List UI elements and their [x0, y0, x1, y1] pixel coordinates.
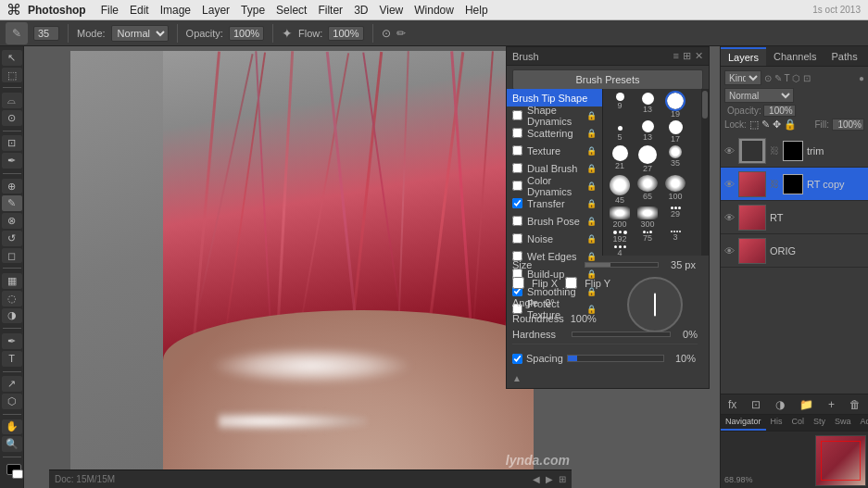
gradient-tool[interactable]: ▦: [2, 273, 22, 289]
menu-type[interactable]: Type: [235, 2, 270, 19]
brush-preset-dot4[interactable]: 3: [662, 231, 688, 244]
canvas-area[interactable]: Brush ≡ ⊞ ✕ Brush Presets Brush Tip Shap…: [24, 46, 720, 488]
layer-item-orig[interactable]: 👁 ORIG: [721, 234, 868, 268]
brush-preset-21[interactable]: 21: [607, 145, 633, 173]
crop-tool[interactable]: ⊡: [2, 135, 22, 151]
tab-adj[interactable]: Adj: [856, 415, 868, 431]
eye-icon-rt[interactable]: 👁: [724, 212, 735, 223]
clone-tool[interactable]: ⊗: [2, 213, 22, 229]
tablet-icon[interactable]: ✏: [396, 27, 406, 40]
menu-file[interactable]: File: [95, 2, 124, 19]
menu-3d[interactable]: 3D: [348, 2, 373, 19]
layer-delete-btn[interactable]: 🗑: [849, 398, 861, 411]
brush-tool-icon[interactable]: ✎: [6, 22, 28, 44]
flow-value[interactable]: 100%: [328, 26, 363, 41]
brush-size-input[interactable]: 35: [33, 26, 59, 41]
brush-preset-dot1[interactable]: 29: [662, 206, 688, 229]
tab-channels[interactable]: Channels: [766, 48, 824, 65]
scattering-option[interactable]: Scattering 🔒: [507, 124, 602, 142]
menu-window[interactable]: Window: [409, 2, 459, 19]
fill-value[interactable]: 100%: [832, 119, 864, 131]
layer-item-rt[interactable]: 👁 RT: [721, 201, 868, 234]
shape-dynamics-option[interactable]: Shape Dynamics 🔒: [507, 106, 602, 124]
panel-menu-icon[interactable]: ≡: [673, 50, 679, 62]
lock-move-icon[interactable]: ✥: [773, 119, 781, 131]
text-tool[interactable]: T: [2, 351, 22, 367]
tab-sty[interactable]: Sty: [809, 415, 830, 431]
eye-icon-rt-copy[interactable]: 👁: [724, 179, 735, 190]
tab-swa[interactable]: Swa: [830, 415, 856, 431]
lock-all-icon[interactable]: 🔒: [784, 119, 797, 131]
angle-wheel[interactable]: [627, 277, 683, 332]
mode-select[interactable]: Normal: [111, 25, 169, 42]
tab-his[interactable]: His: [766, 415, 787, 431]
spacing-checkbox[interactable]: [512, 354, 522, 364]
pressure-icon[interactable]: ⊙: [382, 27, 391, 40]
layer-adj-btn[interactable]: ◑: [775, 398, 785, 411]
healing-tool[interactable]: ⊕: [2, 179, 22, 194]
pen-tool[interactable]: ✒: [2, 333, 22, 349]
brush-preset-65[interactable]: 65: [635, 175, 660, 205]
path-select-tool[interactable]: ↗: [2, 376, 22, 392]
history-brush-tool[interactable]: ↺: [2, 231, 22, 246]
brush-pose-option[interactable]: Brush Pose 🔒: [507, 212, 602, 230]
prev-icon[interactable]: ◀: [533, 474, 540, 484]
menu-edit[interactable]: Edit: [124, 2, 155, 19]
dodge-tool[interactable]: ◑: [2, 308, 22, 324]
lock-trans-icon[interactable]: ⬚: [749, 119, 759, 131]
eye-icon-trim[interactable]: 👁: [724, 145, 735, 156]
flip-x-checkbox[interactable]: [512, 277, 524, 289]
lasso-tool[interactable]: ⌓: [2, 93, 22, 108]
hand-tool[interactable]: ✋: [2, 419, 22, 435]
brush-preset-35[interactable]: 35: [662, 145, 688, 173]
flip-y-checkbox[interactable]: [565, 277, 577, 289]
tab-navigator[interactable]: Navigator: [721, 415, 766, 431]
opacity-value[interactable]: 100%: [229, 26, 264, 41]
brush-preset-19[interactable]: 19: [662, 93, 688, 119]
brush-preset-45[interactable]: 45: [607, 175, 633, 205]
brush-preset-27[interactable]: 27: [635, 145, 660, 173]
brush-scrollbar[interactable]: [701, 89, 709, 256]
color-dynamics-option[interactable]: Color Dynamics 🔒: [507, 177, 602, 194]
transfer-option[interactable]: Transfer 🔒: [507, 194, 602, 212]
brush-tool[interactable]: ✎: [2, 195, 22, 211]
quick-select-tool[interactable]: ⊙: [2, 110, 22, 126]
opacity-value-layers[interactable]: 100%: [763, 105, 796, 117]
brush-preset-dot2[interactable]: 192: [607, 231, 633, 244]
blur-tool[interactable]: ◌: [2, 291, 22, 307]
brush-grid[interactable]: 9 13 19 5 13 17 21 27 35 45 65 100 200 3…: [602, 89, 709, 256]
menu-help[interactable]: Help: [459, 2, 494, 19]
menu-filter[interactable]: Filter: [312, 2, 348, 19]
filter-toggle[interactable]: ●: [859, 73, 864, 83]
layer-fx-btn[interactable]: fx: [728, 398, 736, 411]
marquee-tool[interactable]: ⬚: [2, 68, 22, 83]
layer-new-btn[interactable]: +: [828, 398, 835, 411]
blend-mode-select[interactable]: Normal: [724, 88, 794, 103]
layer-item-trim[interactable]: 👁 ⛓ trim: [721, 134, 868, 168]
panel-close-icon[interactable]: ✕: [695, 50, 703, 62]
apple-menu[interactable]: ⌘: [0, 1, 28, 19]
layer-mask-btn[interactable]: ⊡: [751, 398, 761, 411]
next-icon[interactable]: ▶: [546, 474, 553, 484]
lock-paint-icon[interactable]: ✎: [761, 119, 770, 131]
zoom-tool[interactable]: 🔍: [2, 436, 22, 452]
layer-item-rt-copy[interactable]: 👁 ⛓ RT copy: [721, 168, 868, 201]
brush-preset-13[interactable]: 13: [635, 93, 660, 119]
size-slider[interactable]: [585, 262, 659, 268]
brush-presets-button[interactable]: Brush Presets: [512, 69, 703, 90]
menu-layer[interactable]: Layer: [196, 2, 235, 19]
brush-preset-200[interactable]: 200: [607, 206, 633, 229]
brush-preset-5[interactable]: 5: [607, 120, 633, 144]
background-color[interactable]: [12, 469, 23, 479]
layer-group-btn[interactable]: 📁: [799, 398, 813, 411]
tab-paths[interactable]: Paths: [824, 48, 865, 65]
kind-filter[interactable]: Kind: [724, 70, 761, 85]
airbrush-icon[interactable]: ✦: [282, 26, 293, 41]
grid-icon[interactable]: ⊞: [559, 474, 566, 484]
tab-col[interactable]: Col: [787, 415, 810, 431]
tab-layers[interactable]: Layers: [721, 47, 766, 66]
hardness-slider[interactable]: [572, 332, 671, 337]
menu-image[interactable]: Image: [155, 2, 196, 19]
shape-tool[interactable]: ⬡: [2, 394, 22, 409]
brush-preset-300[interactable]: 300: [635, 206, 660, 229]
